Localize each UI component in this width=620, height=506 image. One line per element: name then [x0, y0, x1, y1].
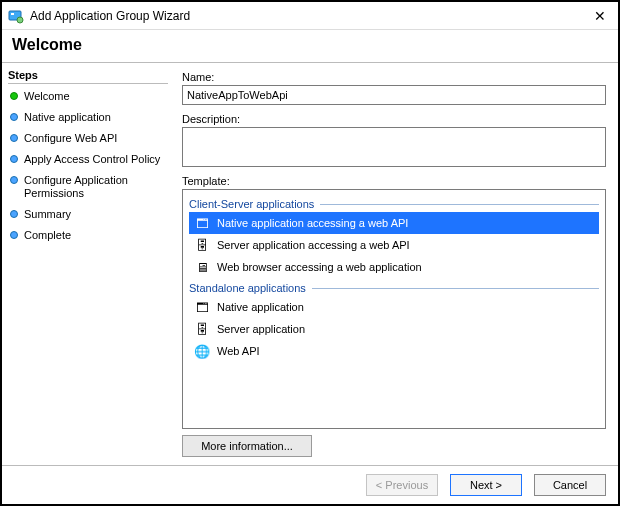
bullet-icon — [10, 210, 18, 218]
cancel-button[interactable]: Cancel — [534, 474, 606, 496]
name-input[interactable] — [182, 85, 606, 105]
group-label: Standalone applications — [189, 282, 306, 294]
monitor-icon: 🗔 — [193, 298, 211, 316]
template-browser-accessing-app[interactable]: 🖥 Web browser accessing a web applicatio… — [189, 256, 599, 278]
titlebar: Add Application Group Wizard ✕ — [2, 2, 618, 30]
steps-sidebar: Steps Welcome Native application Configu… — [2, 63, 172, 465]
globe-icon: 🌐 — [193, 342, 211, 360]
description-label: Description: — [182, 113, 606, 125]
template-item-label: Web API — [217, 345, 260, 357]
bullet-icon — [10, 134, 18, 142]
template-native-accessing-api[interactable]: 🗔 Native application accessing a web API — [189, 212, 599, 234]
bullet-icon — [10, 92, 18, 100]
step-label: Apply Access Control Policy — [24, 153, 166, 166]
template-group-client-server: Client-Server applications — [189, 198, 599, 210]
step-label: Complete — [24, 229, 166, 242]
bullet-icon — [10, 231, 18, 239]
server-icon: 🗄 — [193, 320, 211, 338]
window-title: Add Application Group Wizard — [30, 9, 588, 23]
server-icon: 🗄 — [193, 236, 211, 254]
step-configure-webapi[interactable]: Configure Web API — [6, 128, 168, 149]
name-label: Name: — [182, 71, 606, 83]
template-item-label: Server application — [217, 323, 305, 335]
content-area: Steps Welcome Native application Configu… — [2, 62, 618, 465]
template-item-label: Native application accessing a web API — [217, 217, 408, 229]
step-native-app[interactable]: Native application — [6, 107, 168, 128]
group-label: Client-Server applications — [189, 198, 314, 210]
step-complete[interactable]: Complete — [6, 225, 168, 246]
bullet-icon — [10, 113, 18, 121]
svg-point-2 — [17, 17, 23, 23]
step-label: Native application — [24, 111, 166, 124]
template-group-standalone: Standalone applications — [189, 282, 599, 294]
monitor-icon: 🗔 — [193, 214, 211, 232]
footer-buttons: < Previous Next > Cancel — [2, 465, 618, 504]
browser-icon: 🖥 — [193, 258, 211, 276]
steps-heading: Steps — [8, 69, 168, 84]
step-label: Welcome — [24, 90, 166, 103]
close-icon[interactable]: ✕ — [588, 8, 612, 24]
next-button[interactable]: Next > — [450, 474, 522, 496]
template-native-app[interactable]: 🗔 Native application — [189, 296, 599, 318]
template-server-app[interactable]: 🗄 Server application — [189, 318, 599, 340]
bullet-icon — [10, 176, 18, 184]
bullet-icon — [10, 155, 18, 163]
template-item-label: Server application accessing a web API — [217, 239, 410, 251]
app-icon — [8, 8, 24, 24]
more-information-button[interactable]: More information... — [182, 435, 312, 457]
description-input[interactable] — [182, 127, 606, 167]
svg-rect-1 — [11, 13, 14, 15]
template-item-label: Native application — [217, 301, 304, 313]
page-title: Welcome — [2, 30, 618, 62]
step-configure-permissions[interactable]: Configure Application Permissions — [6, 170, 168, 204]
template-server-accessing-api[interactable]: 🗄 Server application accessing a web API — [189, 234, 599, 256]
template-label: Template: — [182, 175, 606, 187]
main-panel: Name: Description: Template: Client-Serv… — [172, 63, 618, 465]
wizard-window: Add Application Group Wizard ✕ Welcome S… — [0, 0, 620, 506]
step-label: Configure Application Permissions — [24, 174, 166, 200]
previous-button: < Previous — [366, 474, 438, 496]
template-list[interactable]: Client-Server applications 🗔 Native appl… — [182, 189, 606, 429]
step-access-control[interactable]: Apply Access Control Policy — [6, 149, 168, 170]
step-welcome[interactable]: Welcome — [6, 86, 168, 107]
step-label: Summary — [24, 208, 166, 221]
template-item-label: Web browser accessing a web application — [217, 261, 422, 273]
step-label: Configure Web API — [24, 132, 166, 145]
step-summary[interactable]: Summary — [6, 204, 168, 225]
template-web-api[interactable]: 🌐 Web API — [189, 340, 599, 362]
